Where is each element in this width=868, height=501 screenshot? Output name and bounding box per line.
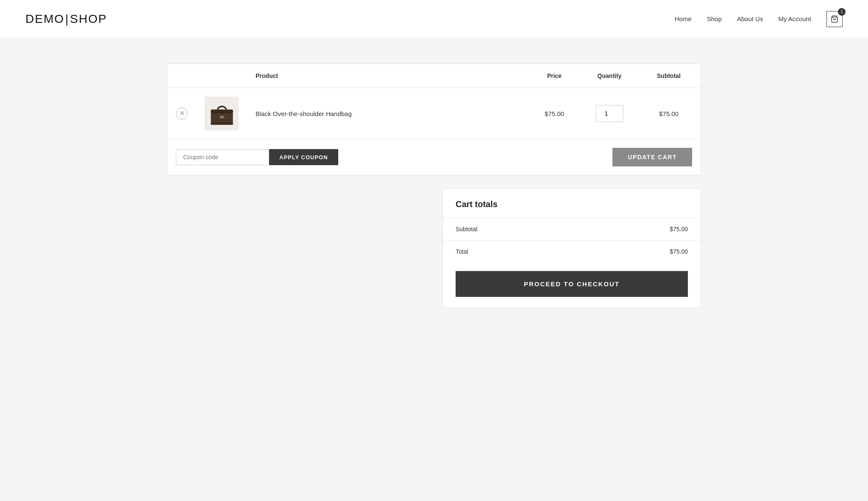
cart-totals-wrapper: Cart totals Subtotal $75.00 Total $75.00… bbox=[167, 188, 701, 308]
cart-totals-total-row: Total $75.00 bbox=[443, 240, 701, 263]
logo-text-2: SHOP bbox=[70, 12, 107, 25]
cart-actions: APPLY COUPON UPDATE CART bbox=[167, 139, 701, 175]
cell-price: $75.00 bbox=[527, 88, 582, 139]
subtotal-value: $75.00 bbox=[670, 226, 688, 233]
col-header-subtotal: Subtotal bbox=[637, 64, 701, 88]
total-label: Total bbox=[456, 248, 468, 255]
quantity-input[interactable] bbox=[596, 105, 623, 122]
cart-table-wrapper: Product Price Quantity Subtotal ✕ bbox=[167, 64, 701, 175]
cart-totals-box: Cart totals Subtotal $75.00 Total $75.00… bbox=[442, 188, 701, 308]
nav-item-home[interactable]: Home bbox=[675, 15, 692, 22]
col-header-product: Product bbox=[247, 64, 527, 88]
logo-separator: | bbox=[65, 12, 69, 25]
table-row: ✕ bbox=[167, 88, 701, 139]
product-image-container bbox=[205, 97, 239, 130]
site-logo[interactable]: DEMO|SHOP bbox=[25, 12, 107, 26]
x-icon: ✕ bbox=[179, 110, 185, 117]
product-image-handbag bbox=[208, 100, 236, 127]
cart-totals-title: Cart totals bbox=[443, 188, 701, 218]
cell-product-name: Black Over-the-shoulder Handbag bbox=[247, 88, 527, 139]
main-content: Product Price Quantity Subtotal ✕ bbox=[159, 38, 709, 342]
cart-icon bbox=[831, 15, 838, 23]
nav-item-about[interactable]: About Us bbox=[737, 15, 763, 22]
proceed-to-checkout-button[interactable]: PROCEED TO CHECKOUT bbox=[456, 271, 688, 297]
cell-quantity bbox=[582, 88, 637, 139]
col-header-image bbox=[196, 64, 247, 88]
remove-item-button[interactable]: ✕ bbox=[176, 108, 188, 119]
total-value: $75.00 bbox=[670, 248, 688, 255]
col-header-price: Price bbox=[527, 64, 582, 88]
nav-item-shop[interactable]: Shop bbox=[707, 15, 722, 22]
cell-remove: ✕ bbox=[167, 88, 196, 139]
svg-rect-2 bbox=[211, 109, 233, 113]
site-header: DEMO|SHOP Home Shop About Us My Account … bbox=[0, 0, 868, 38]
svg-rect-3 bbox=[220, 116, 224, 119]
coupon-input[interactable] bbox=[176, 149, 269, 165]
cart-totals-subtotal-row: Subtotal $75.00 bbox=[443, 218, 701, 240]
main-nav: Home Shop About Us My Account 1 bbox=[675, 11, 843, 27]
cart-button[interactable]: 1 bbox=[826, 11, 843, 27]
cell-product-image bbox=[196, 88, 247, 139]
nav-item-account[interactable]: My Account bbox=[778, 15, 811, 22]
update-cart-button[interactable]: UPDATE CART bbox=[612, 148, 692, 166]
col-header-remove bbox=[167, 64, 196, 88]
logo-text-1: DEMO bbox=[25, 12, 64, 25]
cell-subtotal: $75.00 bbox=[637, 88, 701, 139]
coupon-area: APPLY COUPON bbox=[176, 149, 338, 165]
cart-count-badge: 1 bbox=[838, 8, 846, 16]
svg-rect-4 bbox=[211, 122, 233, 125]
subtotal-label: Subtotal bbox=[456, 226, 477, 233]
col-header-quantity: Quantity bbox=[582, 64, 637, 88]
apply-coupon-button[interactable]: APPLY COUPON bbox=[269, 149, 338, 165]
cart-table: Product Price Quantity Subtotal ✕ bbox=[167, 64, 701, 139]
